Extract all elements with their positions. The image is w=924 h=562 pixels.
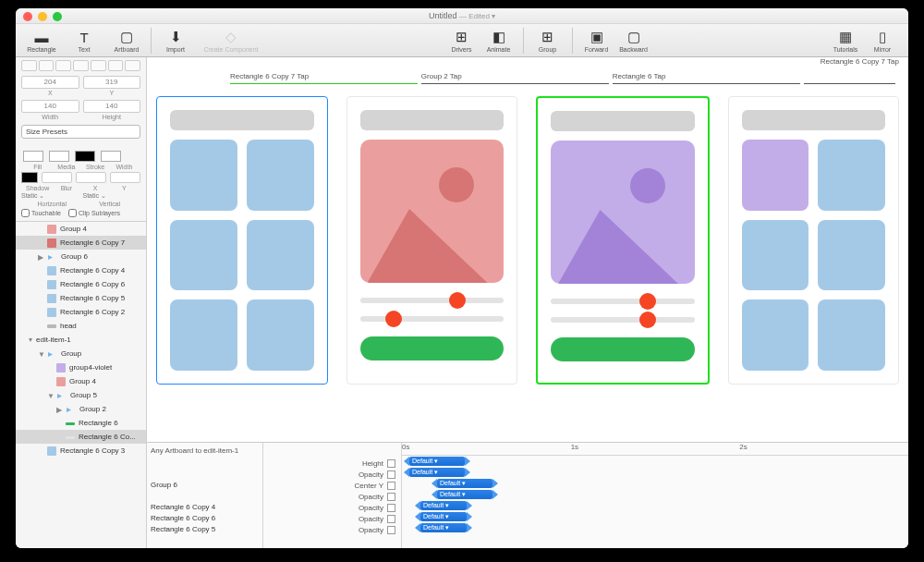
keyframe-checkbox[interactable] [387, 459, 395, 468]
shadow-swatch[interactable] [21, 172, 38, 183]
timeline-prop[interactable]: Opacity [263, 469, 401, 480]
artboard-1[interactable] [156, 96, 328, 385]
layer-panel[interactable]: Group 4Rectangle 6 Copy 7▶▸Group 6Rectan… [16, 221, 146, 548]
timeline-prop[interactable]: Opacity [263, 513, 401, 524]
clip-sublayers-checkbox[interactable]: Clip Sublayers [68, 209, 120, 217]
timeline-bar[interactable]: Default ▾ [420, 501, 467, 510]
slider[interactable] [360, 316, 505, 322]
layer-item[interactable]: ▼▸Group 5 [16, 388, 146, 402]
keyframe-checkbox[interactable] [387, 470, 395, 479]
slider[interactable] [551, 317, 695, 323]
width-field[interactable]: 140 [21, 100, 79, 113]
timeline-prop[interactable]: Opacity [263, 502, 401, 513]
zoom-icon[interactable] [53, 12, 62, 21]
layer-item[interactable]: head [16, 319, 146, 333]
timeline-bar[interactable]: Default ▾ [437, 490, 492, 499]
animate-button[interactable]: ◧Animate [480, 28, 517, 53]
timeline-bar[interactable]: Default ▾ [420, 512, 467, 521]
stroke-swatch[interactable] [75, 151, 95, 162]
keyframe-checkbox[interactable] [387, 526, 395, 534]
touchable-checkbox[interactable]: Touchable [21, 209, 61, 217]
timeline-prop[interactable]: Opacity [263, 491, 401, 502]
timeline-prop[interactable]: Height [263, 458, 401, 469]
layer-item[interactable]: group4-violet [16, 360, 146, 374]
close-icon[interactable] [23, 12, 32, 21]
keyframe-checkbox[interactable] [387, 515, 395, 523]
backward-button[interactable]: ▢Backward [615, 28, 652, 53]
layer-item[interactable]: Rectangle 6 Copy 2 [16, 305, 146, 319]
slider-knob[interactable] [639, 293, 656, 310]
timeline-row[interactable]: Default ▾ [402, 511, 908, 522]
keyframe-checkbox[interactable] [387, 482, 395, 490]
layer-item[interactable]: Rectangle 6 Copy 4 [16, 263, 146, 277]
timeline-row[interactable]: Default ▾ [402, 522, 908, 533]
artboard-button[interactable]: ▢Artboard [108, 28, 145, 53]
timeline-bar[interactable]: Default ▾ [420, 523, 467, 532]
slider[interactable] [551, 299, 695, 304]
timeline-row[interactable]: Default ▾ [402, 478, 908, 489]
timeline-group-label: Rectangle 6 Copy 4 [151, 502, 259, 513]
window-title[interactable]: Untitled — Edited ▾ [429, 11, 495, 20]
rectangle-button[interactable]: ▬Rectangle [23, 28, 60, 53]
layer-item[interactable]: Rectangle 6 Copy 5 [16, 291, 146, 305]
y-field[interactable]: 319 [83, 76, 141, 89]
layer-item[interactable]: Rectangle 6 Copy 6 [16, 277, 146, 291]
height-field[interactable]: 140 [83, 100, 141, 113]
layer-item[interactable]: Rectangle 6 Copy 3 [16, 444, 146, 458]
fill-swatch[interactable] [23, 151, 43, 162]
drivers-icon: ⊞ [456, 28, 468, 46]
layer-item[interactable]: Rectangle 6 Co... [16, 430, 146, 444]
layer-item[interactable]: ▾edit-item-1 [16, 333, 146, 347]
slider[interactable] [360, 298, 505, 303]
layer-item[interactable]: Group 4 [16, 222, 146, 236]
cta-button[interactable] [360, 336, 505, 360]
keyframe-checkbox[interactable] [387, 493, 395, 501]
layer-item[interactable]: ▶▸Group 6 [16, 250, 146, 263]
layer-item[interactable]: ▶▸Group 2 [16, 402, 146, 416]
timeline-tracks[interactable]: 0s1s2s Default ▾Default ▾Default ▾Defaul… [402, 443, 908, 548]
timeline-panel[interactable]: Any Artboard to edit-item-1 Group 6Recta… [147, 443, 908, 548]
mirror-button[interactable]: ▯Mirror [864, 28, 901, 53]
timeline-row[interactable]: Default ▾ [402, 500, 908, 511]
slider-knob[interactable] [639, 312, 656, 328]
blur-field[interactable] [42, 172, 72, 183]
layer-item[interactable]: Group 4 [16, 374, 146, 388]
media-swatch[interactable] [49, 151, 69, 162]
group-button[interactable]: ⊞Group [529, 28, 566, 53]
mountain-icon [368, 209, 488, 283]
slider-knob[interactable] [449, 292, 466, 309]
align-buttons[interactable] [16, 57, 146, 74]
timeline-prop[interactable]: Opacity [263, 524, 401, 535]
timeline-bar[interactable]: Default ▾ [409, 468, 465, 477]
timeline-row[interactable]: Default ▾ [402, 456, 908, 467]
stroke-w-swatch[interactable] [101, 151, 121, 162]
slider-knob[interactable] [385, 311, 402, 327]
timeline-bar[interactable]: Default ▾ [437, 479, 492, 488]
forward-button[interactable]: ▣Forward [578, 28, 615, 53]
canvas[interactable]: Rectangle 6 Copy 7 Tap Rectangle 6 Copy … [147, 57, 908, 443]
shadow-x-field[interactable] [76, 172, 106, 183]
layer-item[interactable]: Rectangle 6 Copy 7 [16, 236, 146, 250]
shadow-y-field[interactable] [110, 172, 140, 183]
drivers-button[interactable]: ⊞Drivers [444, 28, 480, 53]
tutorials-button[interactable]: ▦Tutorials [827, 28, 864, 53]
layer-icon [56, 377, 66, 386]
timeline-row[interactable]: Default ▾ [402, 489, 908, 500]
header-rect [170, 110, 314, 130]
timeline-bar[interactable]: Default ▾ [409, 457, 465, 466]
artboard-4[interactable] [728, 96, 900, 385]
text-button[interactable]: TText [66, 28, 103, 53]
layer-item[interactable]: ▼▸Group [16, 347, 146, 360]
size-presets-select[interactable]: Size Presets [21, 125, 140, 139]
import-button[interactable]: ⬇Import [157, 28, 194, 53]
minimize-icon[interactable] [38, 12, 47, 21]
x-field[interactable]: 204 [21, 76, 79, 89]
artboard-2[interactable] [346, 96, 518, 385]
cta-button[interactable] [551, 337, 695, 361]
timeline-row[interactable]: Default ▾ [402, 467, 908, 478]
create-component-button[interactable]: ◇Create Component [194, 28, 268, 53]
timeline-prop[interactable]: Center Y [263, 480, 401, 491]
layer-item[interactable]: Rectangle 6 [16, 416, 146, 430]
keyframe-checkbox[interactable] [387, 504, 395, 512]
artboard-3[interactable] [536, 96, 710, 385]
